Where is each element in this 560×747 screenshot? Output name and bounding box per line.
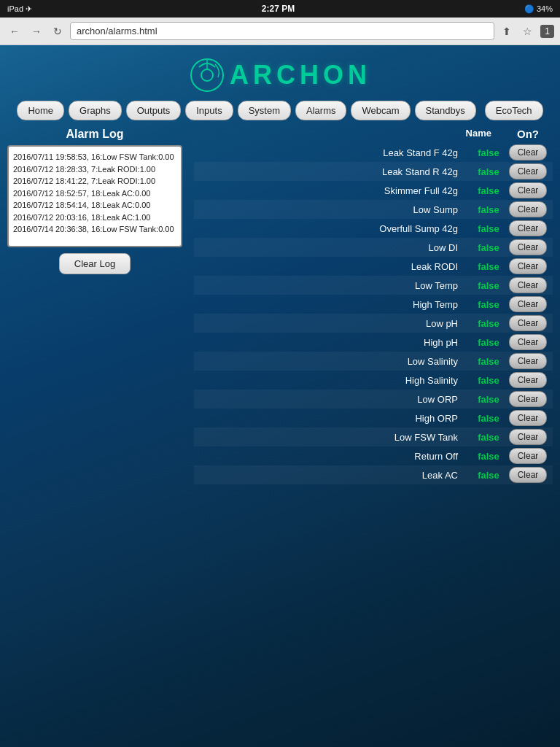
nav-alarms[interactable]: Alarms bbox=[295, 101, 346, 120]
alarm-status: false bbox=[471, 280, 506, 291]
alarm-name: Low pH bbox=[197, 318, 468, 329]
alarm-status: false bbox=[471, 375, 506, 386]
clear-alarm-button[interactable]: Clear bbox=[509, 220, 547, 236]
nav-standbys[interactable]: Standbys bbox=[415, 101, 476, 120]
alarm-name: Leak Stand F 42g bbox=[197, 147, 468, 158]
clear-alarm-button[interactable]: Clear bbox=[509, 467, 547, 483]
alarm-name: Return Off bbox=[197, 451, 468, 462]
browser-chrome: ← → ↻ ⬆ ☆ 1 bbox=[0, 18, 560, 45]
alarm-table-header: Name On? bbox=[194, 128, 553, 140]
alarm-status: false bbox=[471, 204, 506, 215]
alarm-log-entry: 2016/07/12 18:41:22, 7:Leak RODI:1.00 bbox=[13, 175, 176, 187]
alarm-status: false bbox=[471, 413, 506, 424]
alarm-name: Skimmer Full 42g bbox=[197, 185, 468, 196]
alarm-row: Low TempfalseClear bbox=[194, 276, 553, 295]
nav-webcam[interactable]: Webcam bbox=[351, 101, 410, 120]
alarm-row: High ORPfalseClear bbox=[194, 409, 553, 427]
alarm-row: Leak Stand F 42gfalseClear bbox=[194, 143, 553, 162]
clear-alarm-button[interactable]: Clear bbox=[509, 201, 547, 217]
alarm-log-box: 2016/07/11 19:58:53, 16:Low FSW Tank:0.0… bbox=[7, 145, 182, 247]
alarm-name: Overfull Sump 42g bbox=[197, 223, 468, 234]
alarm-row: Low ORPfalseClear bbox=[194, 390, 553, 409]
clear-log-button[interactable]: Clear Log bbox=[59, 253, 131, 274]
clear-alarm-button[interactable]: Clear bbox=[509, 163, 547, 179]
header-on: On? bbox=[506, 128, 550, 140]
clear-alarm-button[interactable]: Clear bbox=[509, 144, 547, 160]
alarm-status: false bbox=[471, 261, 506, 272]
alarm-row: Return OfffalseClear bbox=[194, 446, 553, 465]
clear-alarm-button[interactable]: Clear bbox=[509, 448, 547, 464]
alarm-name: Leak Stand R 42g bbox=[197, 166, 468, 177]
alarm-row: Low pHfalseClear bbox=[194, 314, 553, 333]
alarm-table-section: Name On? Leak Stand F 42gfalseClearLeak … bbox=[194, 128, 553, 484]
main-content: Alarm Log 2016/07/11 19:58:53, 16:Low FS… bbox=[7, 128, 553, 484]
alarm-name: Low FSW Tank bbox=[197, 432, 468, 443]
bookmark-button[interactable]: ☆ bbox=[519, 24, 536, 39]
forward-button[interactable]: → bbox=[28, 24, 45, 39]
clear-alarm-button[interactable]: Clear bbox=[509, 258, 547, 274]
clear-alarm-button[interactable]: Clear bbox=[509, 315, 547, 331]
archon-logo-icon bbox=[189, 57, 225, 93]
share-button[interactable]: ⬆ bbox=[499, 24, 515, 39]
tab-count-badge[interactable]: 1 bbox=[540, 25, 554, 38]
alarm-row: Leak RODIfalseClear bbox=[194, 257, 553, 276]
alarm-status: false bbox=[471, 166, 506, 177]
alarm-status: false bbox=[471, 470, 506, 481]
alarm-row: High SalinityfalseClear bbox=[194, 371, 553, 390]
url-bar[interactable] bbox=[70, 22, 494, 40]
logo-area: ARCHON bbox=[7, 45, 553, 101]
clear-alarm-button[interactable]: Clear bbox=[509, 277, 547, 293]
clear-alarm-button[interactable]: Clear bbox=[509, 391, 547, 407]
alarm-status: false bbox=[471, 432, 506, 443]
alarm-name: Low Salinity bbox=[197, 356, 468, 367]
alarm-row: Overfull Sump 42gfalseClear bbox=[194, 219, 553, 238]
alarm-status: false bbox=[471, 356, 506, 367]
status-bar: iPad ✈ 2:27 PM 🔵 34% bbox=[0, 0, 560, 18]
alarm-status: false bbox=[471, 147, 506, 158]
nav-system[interactable]: System bbox=[238, 101, 291, 120]
alarm-log-title: Alarm Log bbox=[7, 128, 182, 141]
nav-home[interactable]: Home bbox=[17, 101, 64, 120]
alarm-status: false bbox=[471, 451, 506, 462]
alarm-name: Leak RODI bbox=[197, 261, 468, 272]
alarm-log-entry: 2016/07/14 20:36:38, 16:Low FSW Tank:0.0… bbox=[13, 223, 176, 236]
nav-outputs[interactable]: Outputs bbox=[126, 101, 182, 120]
alarm-row: Leak Stand R 42gfalseClear bbox=[194, 162, 553, 181]
alarm-rows-container: Leak Stand F 42gfalseClearLeak Stand R 4… bbox=[194, 143, 553, 484]
alarm-name: Low ORP bbox=[197, 394, 468, 405]
nav-graphs[interactable]: Graphs bbox=[69, 101, 122, 120]
header-name: Name bbox=[197, 128, 506, 140]
clear-alarm-button[interactable]: Clear bbox=[509, 334, 547, 350]
alarm-status: false bbox=[471, 299, 506, 310]
alarm-name: High Temp bbox=[197, 299, 468, 310]
alarm-log-entry: 2016/07/12 18:54:14, 18:Leak AC:0.00 bbox=[13, 199, 176, 212]
clear-alarm-button[interactable]: Clear bbox=[509, 353, 547, 369]
alarm-row: High pHfalseClear bbox=[194, 333, 553, 352]
alarm-row: Low DIfalseClear bbox=[194, 238, 553, 257]
alarm-status: false bbox=[471, 223, 506, 234]
alarm-row: Low FSW TankfalseClear bbox=[194, 427, 553, 446]
alarm-name: High pH bbox=[197, 337, 468, 348]
clear-alarm-button[interactable]: Clear bbox=[509, 239, 547, 255]
alarm-row: High TempfalseClear bbox=[194, 295, 553, 314]
clear-alarm-button[interactable]: Clear bbox=[509, 410, 547, 426]
alarm-row: Low SalinityfalseClear bbox=[194, 352, 553, 371]
clear-alarm-button[interactable]: Clear bbox=[509, 429, 547, 445]
back-button[interactable]: ← bbox=[6, 24, 23, 39]
reload-button[interactable]: ↻ bbox=[50, 24, 66, 39]
clear-alarm-button[interactable]: Clear bbox=[509, 296, 547, 312]
alarm-name: Low DI bbox=[197, 242, 468, 253]
alarm-status: false bbox=[471, 394, 506, 405]
alarm-status: false bbox=[471, 242, 506, 253]
nav-ecotech[interactable]: EcoTech bbox=[485, 101, 543, 120]
alarm-status: false bbox=[471, 318, 506, 329]
alarm-log-section: Alarm Log 2016/07/11 19:58:53, 16:Low FS… bbox=[7, 128, 182, 274]
nav-inputs[interactable]: Inputs bbox=[185, 101, 233, 120]
page-content: ARCHON Home Graphs Outputs Inputs System… bbox=[0, 45, 560, 499]
svg-point-1 bbox=[201, 69, 213, 81]
alarm-name: High ORP bbox=[197, 413, 468, 424]
clear-alarm-button[interactable]: Clear bbox=[509, 182, 547, 198]
alarm-name: High Salinity bbox=[197, 375, 468, 386]
clear-alarm-button[interactable]: Clear bbox=[509, 372, 547, 388]
alarm-name: Low Temp bbox=[197, 280, 468, 291]
